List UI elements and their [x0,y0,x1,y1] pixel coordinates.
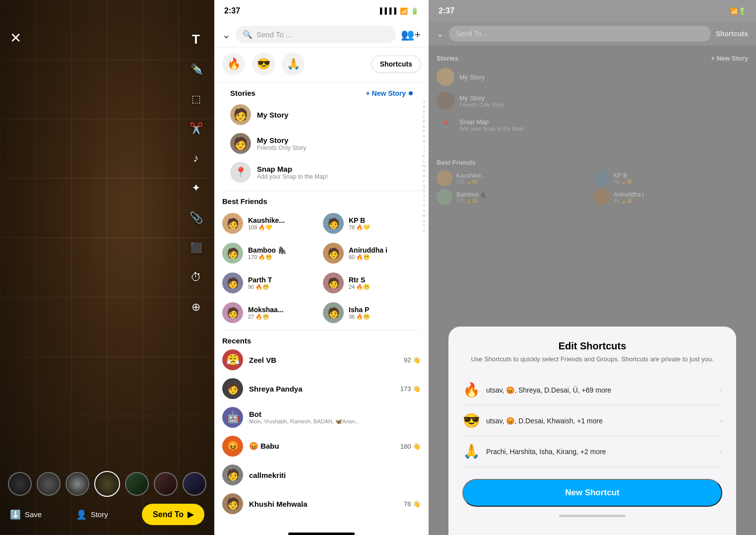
recent-name: Zeel VB [249,356,398,364]
recent-item[interactable]: 🧑 callmekriti [222,461,421,489]
friend-item[interactable]: 🧑 Rtr S 24 🔥😬 [323,269,421,296]
alpha-letter[interactable]: U [421,203,428,208]
new-story-button[interactable]: + New Story [366,89,413,97]
my-story-info-2: My Story Friends Only Story [257,136,413,151]
filter-3[interactable] [65,472,89,496]
friend-avatar: 🧑 [323,243,344,264]
friend-item[interactable]: 🧑 Kaushike... 109 🔥💛 [222,210,320,237]
recent-avatar: 🧑 [222,493,243,514]
back-chevron-button[interactable]: ⌄ [222,29,231,41]
friend-avatar: 🧑 [323,213,344,234]
alpha-letter[interactable]: H [421,139,428,143]
alpha-letter[interactable]: N [421,169,428,173]
dim-chevron: ⌄ [437,28,444,39]
send-to-button[interactable]: Send To ▶ [142,504,204,525]
snap-map-item[interactable]: 📍 Snap Map Add your Snap to the Map! [230,158,413,187]
recent-item[interactable]: 😡 😡 Babu 180 👋 [222,432,421,461]
alpha-letter[interactable]: G [421,134,428,138]
my-story-item-1[interactable]: 🧑 My Story [230,100,413,129]
recent-item[interactable]: 😤 Zeel VB 92 👋 [222,345,421,374]
friend-score: 90 🔥😬 [248,284,272,290]
alpha-letter[interactable]: Q [421,184,428,188]
scissors-tool-button[interactable]: ✂️ [187,119,205,138]
alpha-letter[interactable]: Z [421,228,428,233]
shortcut-entry-1[interactable]: 🔥 utsav, 😡, Shreya, D.Desai, Ü, +69 more… [462,375,722,405]
sticker-tool-button[interactable]: ⬚ [187,89,205,108]
friend-item[interactable]: 🧑 Parth T 90 🔥😬 [222,269,320,296]
friend-item[interactable]: 🧑 Isha P 36 🔥😬 [323,299,421,326]
alpha-letter[interactable]: K [421,154,428,158]
alpha-letter[interactable]: W [421,213,428,218]
friend-item[interactable]: 🧑 KP B 78 🔥💛 [323,210,421,237]
recent-item[interactable]: 🤖 Bot Moin, Vrushabh, Ramesh, BADAN, 🦋Ar… [222,403,421,432]
filter-4-selected[interactable] [94,471,120,497]
crop-tool-button[interactable]: ⬛ [187,238,205,257]
my-story-item-2[interactable]: 🧑 My Story Friends Only Story [230,129,413,158]
recent-info: Bot Moin, Vrushabh, Ramesh, BADAN, 🦋Aria… [249,410,421,425]
filter-6[interactable] [154,472,178,496]
recents-title: Recents [222,336,251,345]
shortcut-entry-2[interactable]: 😎 utsav, 😡, D.Desai, Khwaish, +1 more › [462,405,722,436]
recent-name: Khushi Mehwala [249,500,398,508]
alpha-letter[interactable]: R [421,189,428,193]
filter-2[interactable] [37,472,61,496]
alpha-letter[interactable]: B [421,109,428,114]
alpha-letter[interactable]: O [421,174,428,178]
alpha-letter[interactable]: L [421,159,428,163]
scroll-area[interactable]: Stories + New Story 🧑 My Story 🧑 My Stor… [214,85,429,528]
recent-name: callmekriti [249,471,421,479]
alpha-letter[interactable]: V [421,208,428,213]
recent-item[interactable]: 🧑 Shreya Pandya 173 👋 [222,374,421,403]
save-button[interactable]: ⬇️ Save [10,509,42,520]
close-button[interactable]: ✕ [10,30,21,46]
alpha-letter[interactable]: P [421,179,428,183]
story-button[interactable]: 👤 Story [76,509,108,520]
shortcut-entry-3[interactable]: 🙏 Prachi, Harshita, Isha, Kirang, +2 mor… [462,436,722,467]
alpha-letter[interactable]: X [421,218,428,223]
star-tool-button[interactable]: ✦ [187,179,205,198]
pen-tool-button[interactable]: ✒️ [187,60,205,78]
alpha-letter[interactable]: I [421,144,428,148]
alpha-letter[interactable]: J [421,149,428,153]
new-shortcut-button[interactable]: New Shortcut [462,479,722,507]
alpha-letter[interactable]: M [421,164,428,168]
alpha-letter[interactable]: T [421,199,428,203]
dim-battery: 📶🔋 [730,7,746,15]
alpha-letter[interactable]: S [421,194,428,198]
alpha-letter[interactable]: A [421,104,428,109]
recent-item[interactable]: 🧑 Khushi Mehwala 78 👋 [222,489,421,518]
friend-item[interactable]: 🧑 Bamboo 🦍 170 🔥😬 [222,240,320,267]
alpha-letter[interactable]: F [421,129,428,134]
alpha-letter[interactable]: Y [421,223,428,228]
friend-score: 78 🔥💛 [349,224,370,231]
alpha-letter[interactable]: # [421,99,428,104]
alpha-letter[interactable]: C [421,114,428,119]
emoji-shortcut-pray[interactable]: 🙏 [282,53,305,75]
search-input[interactable]: 🔍 Send To ... [236,26,396,43]
music-tool-button[interactable]: ♪ [187,149,205,168]
save-icon: ⬇️ [10,509,21,520]
friend-name: Bamboo 🦍 [248,246,286,254]
timer-tool-button[interactable]: ⏱ [187,268,205,287]
friend-info: Mokshaa... 27 🔥😬 [248,306,284,320]
filter-1[interactable] [8,472,32,496]
filter-7[interactable] [183,472,206,496]
alphabet-index[interactable]: # A B C D E F G H I J K L M N O P Q R S … [421,99,428,233]
alpha-letter[interactable]: E [421,124,428,129]
best-friends-title: Best Friends [222,197,267,205]
recent-avatar: 🧑 [222,378,243,399]
add-friend-button[interactable]: 👥+ [401,28,421,41]
friend-name: Parth T [248,276,272,284]
friend-item[interactable]: 🧑 Mokshaa... 27 🔥😬 [222,299,320,326]
shortcuts-button[interactable]: Shortcuts [372,56,421,72]
best-friends-section: Best Friends 🧑 Kaushike... 109 🔥💛 🧑 KP B… [222,193,421,328]
layers-tool-button[interactable]: ⊕ [187,298,205,317]
alpha-letter[interactable]: D [421,119,428,124]
emoji-shortcut-fire[interactable]: 🔥 [222,53,245,75]
filter-5[interactable] [125,472,149,496]
emoji-shortcut-cool[interactable]: 😎 [252,53,275,75]
text-tool-button[interactable]: T [187,30,205,49]
friend-item[interactable]: 🧑 Aniruddha i 60 🔥😬 [323,240,421,267]
paperclip-tool-button[interactable]: 📎 [187,208,205,227]
friend-info: Rtr S 24 🔥😬 [349,276,370,290]
